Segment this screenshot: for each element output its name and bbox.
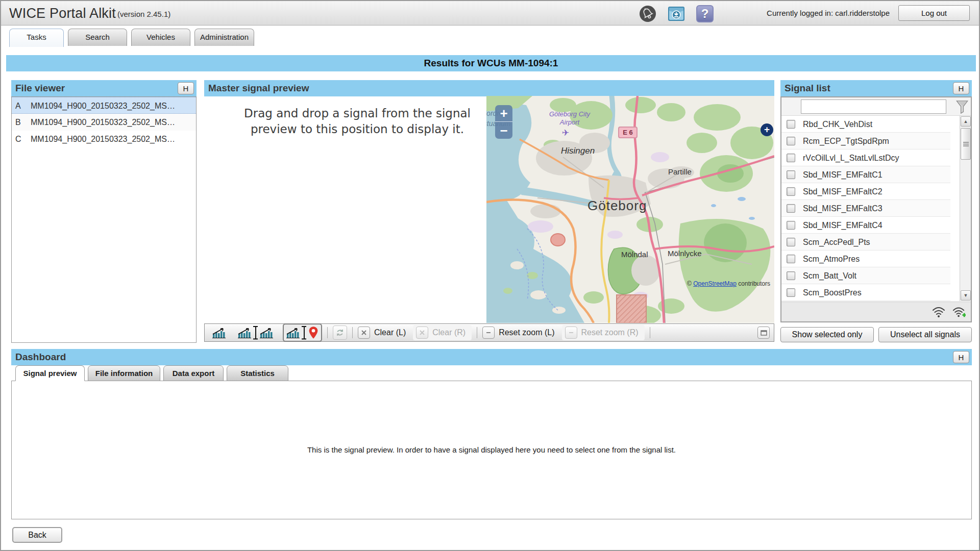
dashboard-title: Dashboard (15, 352, 66, 363)
signal-checkbox[interactable] (787, 255, 795, 263)
dual-chart-view-button[interactable] (235, 324, 276, 341)
attribution-suffix: contributors (737, 280, 770, 287)
tab-vehicles[interactable]: Vehicles (131, 29, 190, 46)
signal-list-scrollbar[interactable]: ▲ ▼ (960, 116, 971, 301)
signal-list-footer (781, 302, 971, 321)
scrollbar-thumb[interactable] (961, 128, 971, 160)
reset-zoom-left-label: Reset zoom (L) (499, 328, 554, 337)
file-key: B (15, 114, 21, 131)
signal-row[interactable]: rVcOilLvl_L_StatLvlLstDcy (781, 149, 950, 166)
signal-name: Sbd_MISF_EMFaltC4 (803, 217, 883, 234)
signal-row[interactable]: Sbd_MISF_EMFaltC1 (781, 166, 950, 183)
tab-tasks[interactable]: Tasks (9, 29, 64, 47)
route-badge-e6: E 6 (618, 127, 638, 138)
bar-chart-icon (286, 327, 300, 338)
clear-right-icon (416, 327, 428, 339)
split-divider-icon (301, 326, 307, 339)
signal-row[interactable]: Scm_AtmoPres (781, 251, 950, 267)
signal-row[interactable]: Scm_AccPedl_Pts (781, 234, 950, 251)
openstreetmap-link[interactable]: OpenStreetMap (693, 280, 737, 287)
swap-panes-button[interactable] (333, 325, 347, 340)
clear-left-group[interactable]: Clear (L) (358, 327, 409, 339)
master-preview-body: Drag and drop a signal from the signal p… (204, 96, 774, 323)
signal-row[interactable]: Rbd_CHK_VehDist (781, 116, 950, 133)
file-row[interactable]: A MM1094_H900_20150323_2502_MS… (12, 97, 196, 114)
reset-zoom-left-icon[interactable] (482, 327, 495, 339)
master-preview-header: Master signal preview (204, 80, 774, 96)
signal-row[interactable]: Rcm_ECP_TgtSpdRpm (781, 133, 950, 149)
file-key: A (15, 97, 21, 114)
signal-list-title: Signal list (785, 83, 830, 94)
signal-search-input[interactable] (801, 99, 946, 114)
signal-checkbox[interactable] (787, 187, 795, 196)
map-canvas[interactable]: Nordre estuarium Göteborg City Airport ✈… (486, 96, 774, 323)
logged-in-text: Currently logged in: carl.ridderstolpe (767, 9, 890, 17)
file-row[interactable]: B MM1094_H900_20150323_2502_MS… (12, 114, 196, 131)
wifi-add-icon[interactable] (952, 306, 966, 318)
help-icon[interactable]: ? (696, 5, 714, 22)
logout-button[interactable]: Log out (898, 5, 970, 21)
signal-checkbox[interactable] (787, 238, 795, 246)
dashboard-hide-button[interactable]: H (953, 351, 969, 363)
signal-list-hide-button[interactable]: H (953, 82, 969, 94)
back-button[interactable]: Back (12, 527, 62, 543)
map-zoom-control: + − (495, 105, 512, 139)
signal-row[interactable]: Sbd_MISF_EMFaltC2 (781, 183, 950, 200)
map-attribution: © OpenStreetMap contributors (687, 280, 770, 287)
toolbar-separator (650, 327, 650, 338)
file-row[interactable]: C MM1094_H900_20150323_2502_MS… (12, 131, 196, 147)
scroll-up-button[interactable]: ▲ (961, 116, 971, 127)
file-viewer-title: File viewer (15, 83, 65, 94)
tab-data-export[interactable]: Data export (163, 365, 224, 381)
drop-hint-text: Drag and drop a signal from the signal p… (230, 106, 485, 137)
clear-right-label: Clear (R) (432, 328, 465, 337)
tab-statistics[interactable]: Statistics (227, 365, 288, 381)
map-zoom-in-button[interactable]: + (495, 105, 512, 122)
maximize-icon (761, 330, 767, 336)
signal-checkbox[interactable] (787, 271, 795, 280)
wifi-icon[interactable] (932, 306, 945, 318)
map-pin-icon (308, 326, 318, 339)
signal-row[interactable]: Sbd_MISF_EMFaltC3 (781, 200, 950, 217)
signal-checkbox[interactable] (787, 221, 795, 230)
download-icon[interactable] (668, 5, 685, 22)
show-selected-only-button[interactable]: Show selected only (780, 327, 874, 342)
airplane-icon: ✈ (562, 128, 569, 138)
signal-row[interactable]: Scm_BoostPres (781, 284, 950, 301)
single-chart-view-button[interactable] (210, 325, 228, 340)
signal-checkbox[interactable] (787, 120, 795, 129)
signal-name: Sbd_MISF_EMFaltC1 (803, 166, 883, 183)
tab-search[interactable]: Search (68, 29, 127, 46)
tab-administration[interactable]: Administration (194, 29, 254, 46)
signal-rows: Rbd_CHK_VehDist Rcm_ECP_TgtSpdRpm rVcOil… (781, 116, 950, 301)
reset-zoom-right-label: Reset zoom (R) (581, 328, 639, 337)
maximize-button[interactable] (757, 327, 770, 339)
filter-funnel-icon[interactable] (955, 100, 969, 114)
file-viewer-hide-button[interactable]: H (178, 82, 194, 94)
unselect-all-signals-button[interactable]: Unselect all signals (878, 327, 972, 342)
chart-map-view-button[interactable] (283, 323, 322, 342)
scroll-down-button[interactable]: ▼ (961, 290, 971, 300)
signal-checkbox[interactable] (787, 170, 795, 179)
clear-left-icon[interactable] (358, 327, 370, 339)
signal-checkbox[interactable] (787, 154, 795, 162)
tab-file-information[interactable]: File information (88, 365, 160, 381)
signal-name: Rbd_CHK_VehDist (803, 116, 872, 133)
reset-zoom-left-group[interactable]: Reset zoom (L) (482, 327, 557, 339)
file-key: C (15, 131, 21, 147)
bar-chart-icon (238, 327, 251, 338)
map-zoom-out-button[interactable]: − (495, 122, 512, 139)
file-name: MM1094_H900_20150323_2502_MS… (31, 97, 175, 114)
signal-checkbox[interactable] (787, 204, 795, 213)
signal-row[interactable]: Scm_Batt_Volt (781, 267, 950, 284)
tab-signal-preview[interactable]: Signal preview (15, 365, 85, 381)
map-layers-button[interactable]: + (761, 123, 773, 136)
signal-list-body: Rbd_CHK_VehDist Rcm_ECP_TgtSpdRpm rVcOil… (780, 96, 972, 322)
clear-right-group: Clear (R) (413, 325, 472, 340)
signal-checkbox[interactable] (787, 288, 795, 297)
bar-chart-icon (260, 327, 273, 338)
notifications-bell-icon[interactable] (639, 5, 656, 22)
signal-row[interactable]: Sbd_MISF_EMFaltC4 (781, 217, 950, 234)
bar-chart-icon (212, 327, 226, 338)
signal-checkbox[interactable] (787, 137, 795, 145)
